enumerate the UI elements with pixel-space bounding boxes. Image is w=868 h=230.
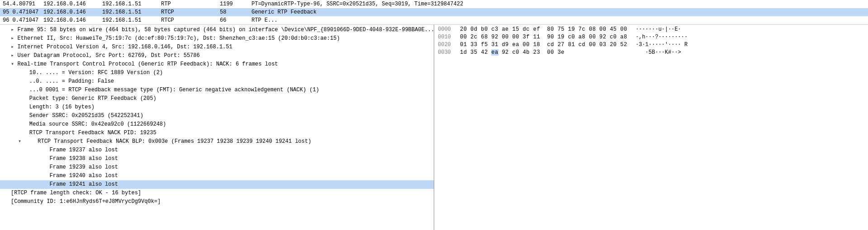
bottom-area: Frame 95: 58 bytes on wire (464 bits), 5… bbox=[0, 25, 868, 230]
packet-len: 1199 bbox=[219, 0, 251, 8]
table-row[interactable]: 96 0.471047 192.168.0.146 192.168.1.51 R… bbox=[0, 16, 868, 24]
detail-rtcp-pid: RTCP Transport Feedback NACK PID: 19235 bbox=[0, 129, 434, 137]
detail-rtcp-ptype: Packet type: Generic RTP Feedback (205) bbox=[0, 94, 434, 103]
hex-bytes: 01 33 f5 31 d9 ea 00 18 cd 27 81 cd 00 0… bbox=[460, 41, 632, 49]
packet-len: 66 bbox=[219, 17, 251, 24]
hex-dump-panel: 0000 20 0d b0 c3 ae 15 dc ef 80 75 19 7c… bbox=[434, 25, 868, 230]
detail-rtcp-length: Length: 3 (16 bytes) bbox=[0, 103, 434, 112]
packet-len: 58 bbox=[219, 9, 251, 16]
hex-ascii: ·3·1·····'···· R bbox=[636, 41, 688, 49]
detail-frame19238: Frame 19238 also lost bbox=[0, 155, 434, 163]
detail-frame19241[interactable]: Frame 19241 also lost bbox=[0, 180, 434, 189]
packet-src: 192.168.0.146 bbox=[43, 9, 101, 16]
hex-row-0020: 0020 01 33 f5 31 d9 ea 00 18 cd 27 81 cd… bbox=[438, 41, 864, 49]
packet-info: RTP E... bbox=[251, 17, 866, 24]
packet-proto: RTCP bbox=[160, 9, 219, 16]
table-row[interactable]: 95 0.471047 192.168.0.146 192.168.1.51 R… bbox=[0, 8, 868, 16]
hex-ascii: ·,h···?········· bbox=[636, 33, 688, 41]
packet-dst: 192.168.1.51 bbox=[101, 9, 160, 16]
packet-list: 54.4.80791 192.168.0.146 192.168.1.51 RT… bbox=[0, 0, 868, 25]
packet-no: 95 0.471047 bbox=[2, 9, 43, 16]
hex-ascii: ·5B···K#··> bbox=[636, 49, 681, 56]
hex-offset: 0030 bbox=[438, 49, 458, 56]
detail-rtcp-fmt: ...0 0001 = RTCP Feedback message type (… bbox=[0, 86, 434, 94]
detail-udp[interactable]: User Datagram Protocol, Src Port: 62769,… bbox=[0, 52, 434, 60]
hex-row-0000: 0000 20 0d b0 c3 ae 15 dc ef 80 75 19 7c… bbox=[438, 26, 864, 33]
packet-src: 192.168.0.146 bbox=[43, 0, 101, 8]
packet-dst: 192.168.1.51 bbox=[101, 17, 160, 24]
detail-rtcp-sender-ssrc: Sender SSRC: 0x20521d35 (542252341) bbox=[0, 112, 434, 120]
packet-proto: RTP bbox=[160, 0, 219, 8]
detail-ethernet[interactable]: Ethernet II, Src: HuaweiTe_75:19:7c (dc:… bbox=[0, 34, 434, 43]
packet-info: PT=DynamicRTP-Type-96, SSRC=0x20521d35, … bbox=[251, 0, 866, 8]
detail-frame[interactable]: Frame 95: 58 bytes on wire (464 bits), 5… bbox=[0, 26, 434, 34]
packet-no: 96 0.471047 bbox=[2, 17, 43, 24]
detail-rtcp-blp[interactable]: RTCP Transport Feedback NACK BLP: 0x003e… bbox=[0, 137, 434, 146]
detail-ip[interactable]: Internet Protocol Version 4, Src: 192.16… bbox=[0, 43, 434, 52]
packet-info: Generic RTP Feedback bbox=[251, 9, 866, 16]
detail-rtcp-media-ssrc: Media source SSRC: 0x42ea92c0 (112266924… bbox=[0, 120, 434, 129]
table-row[interactable]: 54.4.80791 192.168.0.146 192.168.1.51 RT… bbox=[0, 0, 868, 8]
hex-ascii: ·······u·|··E· bbox=[636, 26, 681, 33]
packet-no: 54.4.80791 bbox=[2, 0, 43, 8]
hex-row-0010: 0010 00 2c 68 92 00 00 3f 11 90 19 c0 a8… bbox=[438, 33, 864, 41]
main-container: 54.4.80791 192.168.0.146 192.168.1.51 RT… bbox=[0, 0, 868, 230]
detail-rtcp-version: 10.. .... = Version: RFC 1889 Version (2… bbox=[0, 69, 434, 77]
hex-offset: 0010 bbox=[438, 33, 458, 41]
detail-rtcp-padding: ..0. .... = Padding: False bbox=[0, 77, 434, 86]
detail-frame19239: Frame 19239 also lost bbox=[0, 163, 434, 172]
packet-proto: RTCP bbox=[160, 17, 219, 24]
hex-row-0030: 0030 1d 35 42 ea 92 c0 4b 23 00 3e ·5B··… bbox=[438, 49, 864, 56]
detail-rtcp-check: [RTCP frame length check: OK - 16 bytes] bbox=[0, 189, 434, 197]
packet-details-panel: Frame 95: 58 bytes on wire (464 bits), 5… bbox=[0, 25, 434, 230]
detail-community-id: [Community ID: 1:e6HJnRyds6T+eJ8MVrycDg9… bbox=[0, 197, 434, 206]
hex-offset: 0020 bbox=[438, 41, 458, 49]
hex-bytes: 20 0d b0 c3 ae 15 dc ef 80 75 19 7c 08 0… bbox=[460, 26, 632, 33]
packet-dst: 192.168.1.51 bbox=[101, 0, 160, 8]
hex-bytes: 00 2c 68 92 00 00 3f 11 90 19 c0 a8 00 9… bbox=[460, 33, 632, 41]
hex-bytes: 1d 35 42 ea 92 c0 4b 23 00 3e bbox=[460, 49, 632, 56]
hex-offset: 0000 bbox=[438, 26, 458, 33]
detail-rtcp[interactable]: Real-time Transport Control Protocol (Ge… bbox=[0, 60, 434, 69]
detail-frame19237: Frame 19237 also lost bbox=[0, 146, 434, 155]
detail-frame19240: Frame 19240 also lost bbox=[0, 172, 434, 180]
packet-src: 192.168.0.146 bbox=[43, 17, 101, 24]
